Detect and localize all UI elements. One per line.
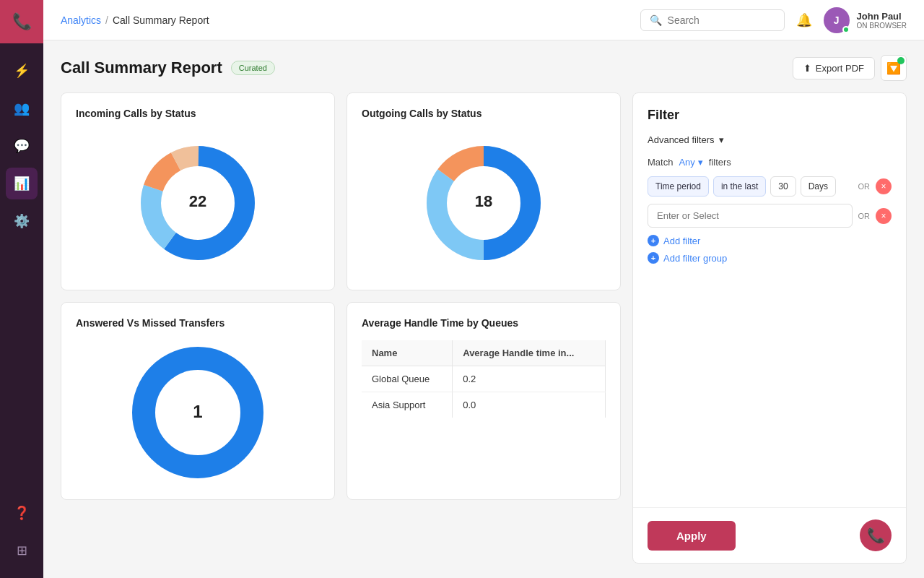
filters-label: filters [709,157,731,168]
sidebar-item-activity[interactable]: ⚡ [6,55,38,87]
user-status: ON BROWSER [857,22,907,30]
export-label: Export PDF [816,63,864,74]
page-title: Call Summary Report [61,59,222,77]
page-header: Call Summary Report Curated ⬆ Export PDF… [61,55,907,81]
settings-icon: ⚙️ [14,213,30,229]
filter-toggle-button[interactable]: 🔽 [881,55,907,81]
handle-time-table: Name Average Handle time in... Global Qu… [362,340,606,418]
filter-or-label-1: OR [858,182,871,191]
add-filter-group-plus-icon: + [648,252,659,264]
online-status-dot [842,26,850,33]
svg-text:1: 1 [193,402,202,421]
sidebar-item-apps[interactable]: ⊞ [6,535,38,566]
queue-time-2: 0.0 [453,392,606,418]
page-title-row: Call Summary Report Curated [61,59,275,77]
avatar: J [824,7,850,33]
filter-tag-in-the-last[interactable]: in the last [713,176,766,197]
search-box[interactable]: 🔍 [640,9,785,31]
search-icon: 🔍 [650,14,662,26]
sidebar-logo[interactable]: 📞 [0,0,43,43]
filter-row-1: Time period in the last 30 Days OR × [648,176,892,197]
queue-time-1: 0.2 [453,366,606,392]
export-pdf-button[interactable]: ⬆ Export PDF [793,57,875,79]
chart-outgoing-calls: Outgoing Calls by Status [346,92,621,290]
table-row: Global Queue 0.2 [362,366,606,392]
filter-or-label-2: OR [858,212,871,220]
filter-remove-button-1[interactable]: × [876,178,892,194]
match-dropdown[interactable]: Any ▾ [679,157,702,168]
add-filter-group-button[interactable]: + Add filter group [648,252,892,264]
main-content: Analytics / Call Summary Report 🔍 🔔 J Jo… [43,0,924,578]
col-handle-time: Average Handle time in... [453,340,606,366]
header-actions: ⬆ Export PDF 🔽 [793,55,907,81]
donut-outgoing: 18 [362,131,606,275]
breadcrumb-analytics-link[interactable]: Analytics [61,14,101,26]
filter-panel: Filter Advanced filters ▾ Match Any ▾ fi… [632,92,907,564]
match-chevron: ▾ [698,157,703,168]
match-label: Match [648,157,673,168]
chart-transfers-title: Answered Vs Missed Transfers [76,317,320,329]
svg-text:22: 22 [189,192,206,210]
donut-transfers: 1 [76,340,320,485]
help-icon: ❓ [14,505,30,521]
chart-transfers: Answered Vs Missed Transfers 1 [61,302,335,500]
sidebar-item-analytics[interactable]: 📊 [6,168,38,199]
avatar-initials: J [834,14,840,26]
charts-area: Incoming Calls by Status [61,92,621,564]
match-value: Any [679,157,694,168]
col-name: Name [362,340,453,366]
sidebar-item-contacts[interactable]: 👥 [6,92,38,124]
topbar-right: 🔍 🔔 J John Paul ON BROWSER [640,7,907,33]
breadcrumb-current-page: Call Summary Report [113,14,209,26]
user-name: John Paul [857,11,907,22]
sidebar-bottom: ❓ ⊞ [6,486,38,578]
filter-panel-footer: Apply 📞 [633,507,906,563]
lightning-icon: ⚡ [14,63,30,79]
donut-outgoing-svg: 18 [419,138,549,268]
phone-fab-icon: 📞 [867,527,885,544]
grid-icon: ⊞ [17,543,27,558]
sidebar-item-settings[interactable]: ⚙️ [6,205,38,237]
phone-logo-icon: 📞 [12,12,32,31]
table-row: Asia Support 0.0 [362,392,606,418]
chart-handle-time: Average Handle Time by Queues Name Avera… [346,302,621,500]
breadcrumb-separator: / [105,14,108,26]
sidebar-item-help[interactable]: ❓ [6,497,38,529]
advanced-filters-label: Advanced filters [648,134,715,145]
chat-icon: 💬 [14,138,30,154]
add-filter-label: Add filter [663,236,700,246]
add-filter-button[interactable]: + Add filter [648,235,892,246]
filter-value-30[interactable]: 30 [770,176,796,197]
charts-filter-row: Incoming Calls by Status [61,92,907,564]
filter-input-2[interactable] [648,204,853,228]
filter-remove-button-2[interactable]: × [876,208,892,224]
filter-input-row-2: OR × [648,204,892,228]
topbar: Analytics / Call Summary Report 🔍 🔔 J Jo… [43,0,924,40]
notification-icon[interactable]: 🔔 [796,12,812,28]
queue-name-2: Asia Support [362,392,453,418]
donut-transfers-svg: 1 [126,340,270,485]
chart-incoming-title: Incoming Calls by Status [76,108,320,119]
analytics-icon: 📊 [14,176,30,191]
sidebar-item-messages[interactable]: 💬 [6,130,38,162]
export-icon: ⬆ [803,63,811,74]
curated-badge: Curated [231,61,275,75]
filter-value-days[interactable]: Days [801,176,836,197]
chart-outgoing-title: Outgoing Calls by Status [362,108,606,119]
page-body: Call Summary Report Curated ⬆ Export PDF… [43,40,924,578]
advanced-filters-toggle[interactable]: Advanced filters ▾ [648,134,892,145]
advanced-filters-chevron: ▾ [719,134,724,145]
sidebar-nav: ⚡ 👥 💬 📊 ⚙️ [6,43,38,486]
search-input[interactable] [668,14,775,26]
apply-button[interactable]: Apply [648,521,736,551]
users-icon: 👥 [14,100,30,116]
filter-body: Time period in the last 30 Days OR × OR … [633,176,906,507]
filter-tag-time-period[interactable]: Time period [648,176,709,197]
chart-incoming-calls: Incoming Calls by Status [61,92,335,290]
add-filter-group-label: Add filter group [663,253,727,264]
phone-fab-button[interactable]: 📞 [860,519,892,551]
filter-panel-header: Filter Advanced filters ▾ Match Any ▾ fi… [633,93,906,176]
filter-active-dot [897,57,905,64]
add-filter-plus-icon: + [648,235,659,246]
user-profile: J John Paul ON BROWSER [824,7,907,33]
